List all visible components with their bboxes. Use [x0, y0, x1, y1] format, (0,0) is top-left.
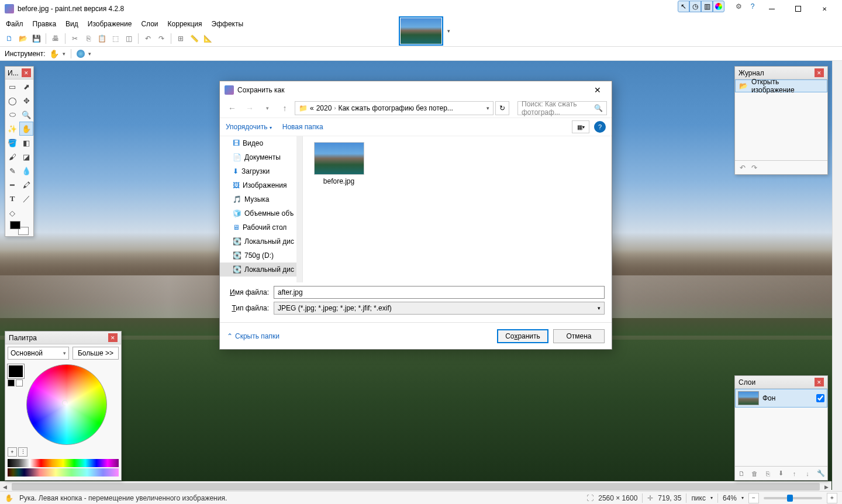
tools-toggle-icon[interactable]: ↖	[678, 1, 689, 12]
refresh-button[interactable]: ↻	[495, 101, 509, 115]
menu-layers[interactable]: Слои	[141, 20, 158, 28]
tool-dropdown-icon[interactable]: ▾	[63, 51, 65, 57]
vertical-scrollbar[interactable]	[832, 61, 842, 481]
layers-panel-title[interactable]: Слои ✕	[735, 376, 827, 389]
print-icon[interactable]: 🖶	[50, 33, 61, 44]
minimize-button[interactable]	[758, 1, 785, 18]
hand-tool-icon[interactable]: ✋	[49, 49, 59, 58]
tree-item-desktop[interactable]: 🖥Рабочий стол	[220, 220, 296, 234]
mini-swatch-black[interactable]	[8, 379, 15, 386]
color-wheel-handle[interactable]	[62, 400, 68, 406]
color-picker-tool[interactable]: 💧	[19, 164, 33, 178]
sampling-dropdown-icon[interactable]: ▾	[88, 51, 91, 57]
filename-input[interactable]	[274, 286, 605, 299]
layers-toggle-icon[interactable]: ▥	[701, 1, 713, 12]
files-area[interactable]: before.jpg	[303, 136, 612, 282]
history-item-open[interactable]: 📂 Открыть изображение	[735, 80, 827, 92]
menu-edit[interactable]: Правка	[33, 20, 57, 28]
tools-panel-title[interactable]: И... ✕	[5, 67, 33, 80]
scroll-thumb[interactable]	[12, 483, 820, 491]
palette-manage-icon[interactable]: ⋮	[18, 447, 27, 457]
tree-item-downloads[interactable]: ⬇Загрузки	[220, 164, 296, 178]
view-mode-button[interactable]: ▦ ▾	[572, 120, 589, 133]
help-icon[interactable]: ?	[747, 1, 758, 12]
save-file-icon[interactable]: 💾	[30, 33, 42, 44]
menu-view[interactable]: Вид	[65, 20, 78, 28]
tree-item-3dobjects[interactable]: 🧊Объемные объ	[220, 206, 296, 220]
deselect-icon[interactable]: ◫	[123, 33, 134, 44]
layers-panel-close-icon[interactable]: ✕	[815, 378, 824, 386]
cancel-button[interactable]: Отмена	[553, 329, 605, 343]
palette-panel-close-icon[interactable]: ✕	[108, 333, 118, 342]
pencil-tool[interactable]: ✎	[5, 164, 19, 178]
tree-item-music[interactable]: 🎵Музыка	[220, 192, 296, 206]
duplicate-layer-icon[interactable]: ⎘	[762, 468, 773, 479]
search-input[interactable]: Поиск: Как сжать фотограф... 🔍	[517, 101, 607, 115]
redo-icon[interactable]: ↷	[156, 33, 167, 44]
maximize-button[interactable]	[785, 1, 811, 18]
move-layer-up-icon[interactable]: ↑	[789, 468, 800, 479]
palette-strip-1[interactable]	[8, 459, 119, 467]
palette-panel-title[interactable]: Палитра ✕	[5, 332, 121, 344]
rect-select-tool[interactable]: ▭	[5, 80, 19, 94]
magic-wand-tool[interactable]: ✨	[5, 122, 19, 136]
color-swap-icon[interactable]	[10, 221, 29, 235]
nav-up-icon[interactable]: ↑	[277, 101, 292, 115]
scroll-right-icon[interactable]: ▶	[822, 482, 831, 492]
zoom-out-button[interactable]: −	[748, 493, 759, 503]
move-selected-pixels-tool[interactable]: ✥	[19, 94, 33, 108]
hide-folders-link[interactable]: ⌃ Скрыть папки	[227, 332, 279, 340]
document-thumbnail[interactable]	[399, 16, 443, 46]
tree-scrollbar[interactable]	[296, 136, 302, 282]
close-button[interactable]: ✕	[811, 1, 837, 18]
zoom-tool[interactable]: 🔍	[19, 108, 33, 122]
history-redo-icon[interactable]: ↷	[751, 164, 757, 172]
layer-visibility-checkbox[interactable]	[816, 394, 824, 402]
breadcrumb-dropdown-icon[interactable]: ▾	[486, 105, 489, 111]
move-layer-down-icon[interactable]: ↓	[802, 468, 813, 479]
eraser-tool[interactable]: ◪	[19, 150, 33, 164]
lasso-tool[interactable]: ◯	[5, 94, 19, 108]
history-toggle-icon[interactable]: ◷	[689, 1, 701, 12]
breadcrumb-folder[interactable]: Как сжать фотографию без потер...	[338, 104, 453, 112]
tree-item-pictures[interactable]: 🖼Изображения	[220, 178, 296, 192]
menu-effects[interactable]: Эффекты	[212, 20, 244, 28]
tree-item-documents[interactable]: 📄Документы	[220, 150, 296, 164]
palette-more-button[interactable]: Больше >>	[73, 347, 119, 360]
layer-properties-icon[interactable]: 🔧	[816, 468, 826, 479]
menu-adjust[interactable]: Коррекция	[168, 20, 202, 28]
undo-icon[interactable]: ↶	[142, 33, 154, 44]
paintbrush-tool[interactable]: 🖌	[5, 150, 19, 164]
gradient-tool[interactable]: ◧	[19, 136, 33, 150]
colors-toggle-icon[interactable]	[713, 1, 724, 12]
scroll-left-icon[interactable]: ◀	[0, 482, 10, 492]
ruler-icon-2[interactable]: 📐	[202, 33, 213, 44]
zoom-slider[interactable]	[764, 497, 822, 499]
nav-recent-icon[interactable]: ▾	[260, 101, 275, 115]
grid-icon[interactable]: ⊞	[175, 33, 187, 44]
tree-item-disk-e[interactable]: 💽Локальный дис	[220, 263, 296, 277]
history-panel-close-icon[interactable]: ✕	[815, 68, 824, 77]
crop-icon[interactable]: ⬚	[109, 33, 121, 44]
nav-back-icon[interactable]: ←	[225, 101, 240, 115]
history-undo-icon[interactable]: ↶	[740, 164, 746, 172]
paste-icon[interactable]: 📋	[96, 33, 108, 44]
menu-file[interactable]: Файл	[6, 20, 23, 28]
foreground-color-swatch[interactable]	[8, 364, 24, 378]
move-selection-tool[interactable]: ⬈	[19, 80, 33, 94]
save-button[interactable]: Сохранить	[497, 329, 548, 343]
add-layer-icon[interactable]: 🗋	[736, 468, 747, 479]
menu-image[interactable]: Изображение	[88, 20, 132, 28]
breadcrumb[interactable]: 📁 « 2020 › Как сжать фотографию без поте…	[295, 101, 494, 115]
color-wheel[interactable]	[26, 364, 107, 445]
text-tool[interactable]: T	[5, 192, 19, 206]
file-item-before-jpg[interactable]: before.jpg	[311, 142, 367, 185]
zoom-in-button[interactable]: +	[827, 493, 837, 503]
sampling-icon[interactable]	[77, 50, 85, 58]
open-file-icon[interactable]: 📂	[17, 33, 29, 44]
recolor-tool[interactable]: 🖍	[19, 178, 33, 192]
pan-tool[interactable]: ✋	[19, 122, 33, 136]
organize-button[interactable]: Упорядочить ▾	[226, 123, 272, 131]
filetype-combo[interactable]: JPEG (*.jpg; *.jpeg; *.jpe; *.jfif; *.ex…	[274, 302, 605, 315]
dialog-close-button[interactable]: ✕	[588, 81, 607, 99]
